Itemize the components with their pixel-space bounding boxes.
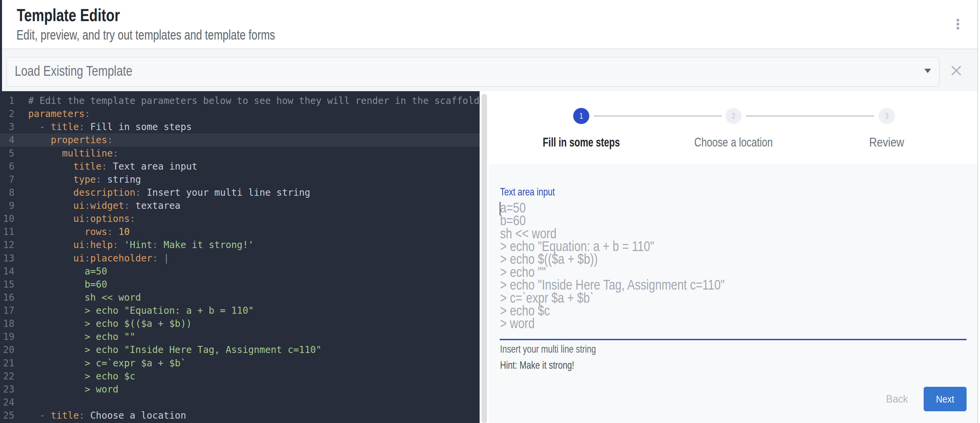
code-token: : bbox=[130, 213, 135, 224]
code-token: > echo $c bbox=[28, 371, 135, 382]
code-token: : bbox=[84, 253, 90, 264]
more-options-button[interactable] bbox=[950, 16, 966, 33]
editor-line[interactable]: 24 bbox=[0, 396, 480, 409]
line-number: 11 bbox=[0, 225, 14, 238]
editor-line[interactable]: 18 > echo $(($a + $b)) bbox=[0, 317, 480, 330]
placeholder-line: > word bbox=[500, 317, 725, 330]
editor-line[interactable]: 11 rows: 10 bbox=[0, 225, 480, 238]
editor-line[interactable]: 8 description: Insert your multi line st… bbox=[0, 186, 480, 199]
editor-line[interactable]: 22 > echo $c bbox=[0, 370, 480, 383]
editor-line[interactable]: 19 > echo "" bbox=[0, 330, 480, 343]
code-token: : bbox=[152, 239, 158, 250]
back-button[interactable]: Back bbox=[875, 387, 919, 411]
field-description: Insert your multi line string bbox=[500, 343, 622, 356]
code-token: - bbox=[40, 121, 45, 132]
editor-line[interactable]: 15 b=60 bbox=[0, 278, 480, 291]
kebab-dot bbox=[956, 27, 959, 30]
step-connector bbox=[594, 116, 722, 116]
code-token bbox=[28, 410, 40, 421]
arrow-drop-down-icon[interactable] bbox=[924, 69, 931, 73]
page-title: Template Editor bbox=[17, 5, 147, 25]
editor-line[interactable]: 17 > echo "Equation: a + b = 110" bbox=[0, 304, 480, 317]
code-token: ui bbox=[73, 200, 85, 211]
code-token: : bbox=[84, 108, 90, 119]
code-token: : bbox=[107, 135, 113, 146]
code-text: ui:options: bbox=[28, 212, 135, 225]
placeholder-line: > echo "Equation: a + b = 110" bbox=[500, 240, 725, 253]
code-text: > echo "Equation: a + b = 110" bbox=[28, 304, 254, 317]
code-token: b=60 bbox=[28, 279, 107, 290]
code-token: title bbox=[51, 410, 79, 421]
line-number: 21 bbox=[0, 356, 14, 370]
code-token: type bbox=[73, 174, 96, 185]
code-token: Choose a location bbox=[84, 410, 186, 421]
editor-line[interactable]: 14 a=50 bbox=[0, 265, 480, 278]
line-number: 20 bbox=[0, 343, 14, 356]
textarea-input[interactable]: a=50b=60sh << word> echo "Equation: a + … bbox=[500, 201, 778, 330]
editor-line[interactable]: 1# Edit the template parameters below to… bbox=[0, 94, 480, 107]
code-token: : bbox=[124, 200, 130, 211]
line-number: 15 bbox=[0, 278, 14, 291]
code-token: a=50 bbox=[28, 266, 107, 277]
editor-line[interactable]: 2parameters: bbox=[0, 107, 480, 120]
code-token bbox=[28, 148, 62, 159]
step-1-circle[interactable]: 1 bbox=[573, 108, 589, 124]
code-token: : bbox=[113, 148, 118, 159]
editor-line[interactable]: 16 sh << word bbox=[0, 291, 480, 304]
code-text: multiline: bbox=[28, 147, 118, 160]
placeholder-line: > echo "Inside Here Tag, Assignment c=11… bbox=[500, 279, 725, 291]
editor-line[interactable]: 25 - title: Choose a location bbox=[0, 409, 480, 422]
text-caret bbox=[500, 202, 501, 215]
placeholder-line: a=50 bbox=[500, 201, 725, 214]
code-text: parameters: bbox=[28, 107, 90, 120]
code-token: - bbox=[40, 410, 45, 421]
code-token: 'Hint bbox=[118, 239, 152, 250]
editor-line[interactable]: 7 type: string bbox=[0, 173, 480, 186]
editor-line[interactable]: 20 > echo "Inside Here Tag, Assignment c… bbox=[0, 343, 480, 356]
code-token: string bbox=[102, 174, 141, 185]
code-token: placeholder bbox=[90, 253, 152, 264]
code-token bbox=[28, 121, 40, 132]
editor-line[interactable]: 21 > c=`expr $a + $b` bbox=[0, 356, 480, 370]
code-text: - title: Fill in some steps bbox=[28, 120, 192, 133]
line-number: 12 bbox=[0, 238, 14, 251]
close-button[interactable] bbox=[948, 63, 964, 79]
code-token: : bbox=[84, 239, 90, 250]
line-number: 9 bbox=[0, 199, 14, 212]
step-number: 1 bbox=[574, 108, 588, 124]
code-text: ui:placeholder: | bbox=[28, 252, 169, 265]
code-token: properties bbox=[51, 135, 107, 146]
code-token: : bbox=[107, 226, 113, 237]
step-number: 3 bbox=[880, 108, 893, 124]
code-token: > echo "" bbox=[28, 331, 135, 342]
code-token bbox=[28, 239, 73, 250]
line-number: 17 bbox=[0, 304, 14, 317]
step-2-circle[interactable]: 2 bbox=[725, 108, 741, 124]
line-number: 13 bbox=[0, 252, 14, 265]
editor-line[interactable]: 10 ui:options: bbox=[0, 212, 480, 225]
code-token: Insert your multi line string bbox=[141, 187, 310, 198]
code-token: > echo "Inside Here Tag, Assignment c=11… bbox=[28, 344, 321, 355]
editor-line[interactable]: 3 - title: Fill in some steps bbox=[0, 120, 480, 133]
code-text: rows: 10 bbox=[28, 225, 130, 238]
code-token: textarea bbox=[130, 200, 180, 211]
step-3-circle[interactable]: 3 bbox=[879, 108, 895, 124]
editor-line[interactable]: 12 ui:help: 'Hint: Make it strong!' bbox=[0, 238, 480, 251]
line-number: 22 bbox=[0, 370, 14, 383]
code-token: description bbox=[73, 187, 135, 198]
code-editor[interactable]: 1# Edit the template parameters below to… bbox=[0, 91, 480, 423]
editor-line[interactable]: 5 multiline: bbox=[0, 147, 480, 160]
editor-line[interactable]: 9 ui:widget: textarea bbox=[0, 199, 480, 212]
line-number: 25 bbox=[0, 409, 14, 422]
code-token: : bbox=[152, 253, 158, 264]
editor-line[interactable]: 13 ui:placeholder: | bbox=[0, 252, 480, 265]
editor-line[interactable]: 23 > word bbox=[0, 383, 480, 396]
code-text: type: string bbox=[28, 173, 141, 186]
editor-line[interactable]: 4 properties: bbox=[0, 133, 480, 146]
code-token: widget bbox=[90, 200, 124, 211]
editor-line[interactable]: 6 title: Text area input bbox=[0, 160, 480, 173]
load-template-select-label: Load Existing Template bbox=[15, 63, 164, 78]
next-button[interactable]: Next bbox=[924, 387, 967, 411]
line-number: 7 bbox=[0, 173, 14, 186]
code-token: # Edit the template parameters below to … bbox=[28, 95, 480, 106]
